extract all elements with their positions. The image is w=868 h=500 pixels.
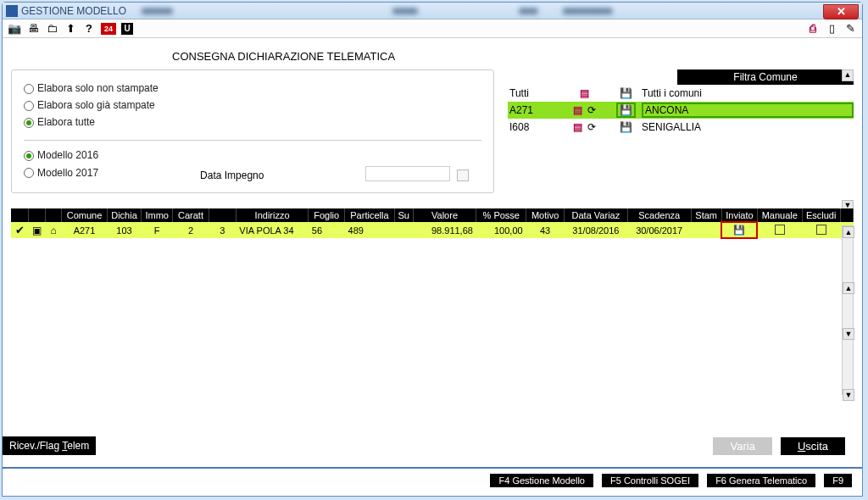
- col-posse[interactable]: % Posse: [476, 208, 526, 222]
- comune-list: Tutti ▤ 💾 Tutti i comuni A271 ▤ ⟳ 💾 ANCO…: [508, 85, 854, 136]
- table-row[interactable]: ✔ ▣ ⌂ A271 103 F 2 3 VIA POLA 34 56 489 …: [11, 222, 854, 238]
- data-grid: Comune Dichia Immo Caratt Indirizzo Fogl…: [11, 208, 854, 238]
- manuale-checkbox[interactable]: [757, 222, 802, 238]
- toolbar: 📷 🖶 🗀 ⬆ ? 24 U ⎙ ▯ ✎: [3, 19, 862, 38]
- titlebar: GESTIONE MODELLO ■■■■■ ■■■■ ■■■ ■■■■■■■■…: [3, 3, 862, 19]
- icon-24[interactable]: 24: [101, 23, 116, 35]
- comune-row-a271[interactable]: A271 ▤ ⟳ 💾 ANCONA: [508, 102, 854, 119]
- print-icon[interactable]: 🖶: [26, 22, 40, 36]
- note-icon[interactable]: ▣: [32, 225, 42, 236]
- col-caratt[interactable]: Caratt: [173, 208, 209, 222]
- date-input[interactable]: [365, 166, 450, 181]
- grid-scrollbar[interactable]: ▲ ▲ ▼ ▼: [842, 225, 854, 395]
- col-scadenza[interactable]: Scadenza: [627, 208, 691, 222]
- model-year-group: Modello 2016 Modello 2017 Data Impegno: [24, 149, 481, 184]
- check-icon: ✔: [15, 224, 25, 236]
- f9-button[interactable]: F9: [824, 474, 852, 487]
- disk-icon[interactable]: 💾: [616, 103, 636, 118]
- col-indirizzo[interactable]: Indirizzo: [236, 208, 308, 222]
- f4-button[interactable]: F4 Gestione Modello: [490, 474, 593, 487]
- col-escludi[interactable]: Escludi: [802, 208, 840, 222]
- col-dichia[interactable]: Dichia: [107, 208, 142, 222]
- function-keys: F4 Gestione Modello F5 Controlli SOGEI F…: [490, 474, 852, 487]
- scroll-btn2[interactable]: ▼: [843, 328, 854, 340]
- scroll-up-btn[interactable]: ▲: [843, 226, 854, 238]
- pdf-icon[interactable]: ⎙: [806, 22, 820, 36]
- f5-button[interactable]: F5 Controlli SOGEI: [602, 474, 698, 487]
- comune-row-i608[interactable]: I608 ▤ ⟳ 💾 SENIGALLIA: [508, 119, 854, 136]
- radio-2016[interactable]: Modello 2016: [24, 149, 481, 161]
- print-filter-group: Elabora solo non stampate Elabora solo g…: [24, 82, 481, 128]
- footer-status[interactable]: Ricev./Flag Telem: [3, 436, 96, 455]
- filtra-comune-header: Filtra Comune: [677, 69, 854, 85]
- folder-icon[interactable]: 🗀: [45, 22, 58, 36]
- app-icon: [6, 5, 18, 17]
- radio-non-stampate[interactable]: Elabora solo non stampate: [24, 82, 481, 94]
- col-su[interactable]: Su: [394, 208, 413, 222]
- col-motivo[interactable]: Motivo: [526, 208, 565, 222]
- f6-button[interactable]: F6 Genera Telematico: [707, 474, 815, 487]
- calendar-icon[interactable]: [457, 169, 469, 181]
- content-area: CONSEGNA DICHIARAZIONE TELEMATICA Elabor…: [3, 38, 862, 492]
- col-particella[interactable]: Particella: [345, 208, 395, 222]
- pdf-icon[interactable]: ▤: [573, 104, 582, 116]
- refresh-icon[interactable]: ⟳: [587, 104, 596, 116]
- radio-tutte[interactable]: Elabora tutte: [24, 116, 481, 128]
- col-inviato[interactable]: Inviato: [721, 208, 757, 222]
- date-label: Data Impegno: [200, 169, 264, 181]
- pdf-icon[interactable]: ▤: [580, 87, 589, 99]
- radio-gia-stampate[interactable]: Elabora solo già stampate: [24, 99, 481, 111]
- col-datavar[interactable]: Data Variaz: [565, 208, 628, 222]
- col-foglio[interactable]: Foglio: [309, 208, 345, 222]
- scroll-up[interactable]: ▲: [842, 69, 854, 81]
- inviato-cell[interactable]: 💾: [721, 222, 757, 238]
- col-comune[interactable]: Comune: [62, 208, 107, 222]
- varia-button[interactable]: Varia: [713, 437, 771, 455]
- pdf-icon[interactable]: ▤: [573, 121, 582, 133]
- close-button[interactable]: ✕: [823, 4, 859, 19]
- doc-icon[interactable]: ▯: [825, 22, 838, 36]
- uscita-button[interactable]: Uscita: [781, 437, 845, 455]
- disk-icon[interactable]: 💾: [620, 121, 632, 133]
- comune-panel: ▲ Filtra Comune Tutti ▤ 💾 Tutti i comuni…: [508, 69, 854, 136]
- escludi-checkbox[interactable]: [802, 222, 840, 238]
- camera-icon[interactable]: 📷: [8, 22, 21, 36]
- refresh-icon[interactable]: ⟳: [587, 121, 596, 133]
- comune-row-tutti[interactable]: Tutti ▤ 💾 Tutti i comuni: [508, 85, 854, 102]
- filter-panel: Elabora solo non stampate Elabora solo g…: [11, 69, 494, 193]
- help-icon[interactable]: ?: [82, 22, 96, 36]
- col-immo[interactable]: Immo: [142, 208, 173, 222]
- home-icon[interactable]: ⌂: [51, 225, 57, 236]
- radio-2017[interactable]: Modello 2017: [24, 167, 98, 179]
- icon-u[interactable]: U: [121, 23, 133, 35]
- section-title: CONSEGNA DICHIARAZIONE TELEMATICA: [11, 45, 854, 69]
- app-window: GESTIONE MODELLO ■■■■■ ■■■■ ■■■ ■■■■■■■■…: [2, 2, 863, 497]
- edit-icon[interactable]: ✎: [843, 22, 857, 36]
- upload-icon[interactable]: ⬆: [64, 22, 77, 36]
- scroll-down-btn[interactable]: ▼: [843, 389, 854, 401]
- window-title: GESTIONE MODELLO: [21, 5, 126, 17]
- col-valore[interactable]: Valore: [413, 208, 476, 222]
- col-manuale[interactable]: Manuale: [757, 208, 802, 222]
- col-stamp[interactable]: Stam: [691, 208, 721, 222]
- grid-area: Comune Dichia Immo Caratt Indirizzo Fogl…: [11, 208, 854, 238]
- scroll-btn[interactable]: ▲: [843, 282, 854, 294]
- disk-icon[interactable]: 💾: [620, 87, 632, 99]
